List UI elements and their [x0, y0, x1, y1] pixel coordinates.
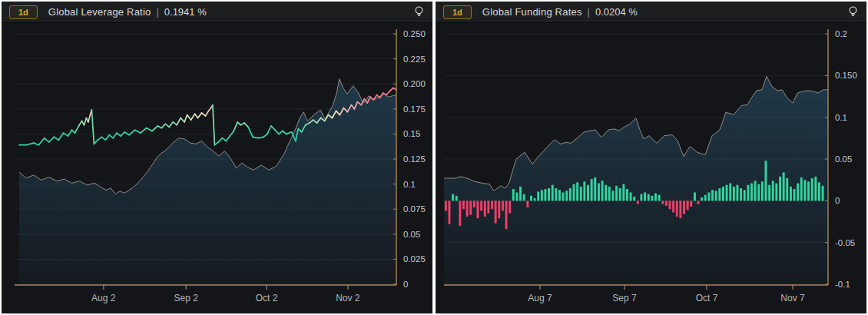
funding-bar	[793, 189, 796, 201]
y-axis-label: 0	[403, 280, 408, 289]
funding-bar	[765, 161, 767, 201]
funding-bar	[790, 187, 792, 201]
funding-bar	[534, 198, 536, 201]
funding-bar	[473, 201, 475, 207]
funding-bar	[502, 201, 504, 211]
funding-bar	[750, 184, 753, 201]
funding-bar	[704, 195, 707, 201]
funding-bar	[814, 177, 817, 201]
funding-bar	[498, 201, 500, 218]
funding-bar	[591, 179, 593, 201]
funding-bar	[711, 190, 714, 201]
funding-bar	[683, 201, 685, 214]
funding-bar	[598, 184, 600, 201]
funding-bar	[537, 191, 539, 201]
y-axis-label: 0.075	[403, 204, 426, 214]
funding-bar	[744, 190, 746, 201]
x-axis-label: Oct 2	[256, 293, 278, 303]
funding-bar	[509, 201, 511, 213]
funding-bar	[462, 201, 465, 209]
title-value-separator: |	[588, 6, 590, 18]
timeframe-badge[interactable]: 1d	[9, 5, 38, 19]
funding-bar	[679, 201, 681, 218]
funding-bar	[772, 181, 774, 201]
panel-header: 1d Global Leverage Ratio | 0.1941 %	[2, 2, 432, 23]
funding-bar	[580, 187, 582, 201]
funding-bar	[694, 193, 696, 201]
funding-bar	[768, 185, 770, 201]
panel-header: 1d Global Funding Rates | 0.0204 %	[436, 2, 866, 23]
funding-bar	[569, 188, 571, 201]
y-axis-label: 0.200	[403, 79, 426, 88]
funding-bar	[733, 187, 735, 201]
chart-title: Global Leverage Ratio	[48, 6, 151, 18]
funding-bar	[622, 184, 624, 201]
current-value: 0.0204 %	[595, 6, 638, 18]
funding-bar	[615, 186, 618, 201]
y-axis-label: 0.175	[403, 104, 426, 114]
funding-bar	[552, 185, 554, 201]
y-axis-label: 0.025	[403, 254, 426, 264]
funding-bar	[818, 182, 820, 201]
funding-rates-panel: 1d Global Funding Rates | 0.0204 % 0.20.…	[436, 2, 866, 313]
funding-bar	[459, 201, 461, 226]
funding-bar	[587, 185, 589, 201]
funding-bar	[466, 201, 469, 217]
funding-bar	[669, 201, 671, 209]
funding-bar	[715, 191, 717, 201]
funding-bar	[630, 193, 632, 201]
funding-bar	[516, 193, 518, 201]
funding-bar	[480, 201, 482, 211]
y-axis-label: 0.05	[403, 230, 420, 239]
funding-bar	[452, 194, 454, 201]
funding-bar	[555, 188, 557, 201]
x-axis-label: Aug 7	[528, 293, 552, 303]
funding-bar	[804, 180, 807, 201]
funding-bar	[737, 185, 739, 201]
funding-bar	[469, 201, 472, 215]
funding-bar	[619, 188, 621, 201]
leverage-ratio-chart[interactable]: 0.2500.2250.2000.1750.150.1250.10.0750.0…	[2, 23, 432, 313]
funding-bar	[665, 201, 668, 206]
y-axis-label: -0.1	[835, 280, 850, 289]
funding-bar	[576, 182, 578, 201]
funding-bar	[491, 201, 493, 209]
funding-bar	[626, 189, 628, 201]
funding-bar	[800, 177, 803, 201]
funding-bar	[548, 188, 550, 201]
y-axis-label: -0.05	[835, 238, 855, 247]
lightbulb-icon[interactable]	[413, 5, 425, 18]
lightbulb-icon[interactable]	[847, 5, 859, 18]
funding-bar	[445, 201, 447, 211]
funding-bar	[545, 189, 547, 201]
funding-bar	[558, 190, 561, 201]
funding-bar	[822, 186, 824, 201]
funding-bar	[477, 201, 479, 218]
chart-title: Global Funding Rates	[482, 6, 582, 18]
funding-bar	[644, 193, 646, 201]
y-axis-label: 0.225	[403, 55, 426, 64]
funding-bar	[648, 194, 650, 201]
funding-bar	[761, 181, 764, 201]
funding-bar	[456, 196, 458, 201]
x-axis-label: Sep 7	[612, 293, 637, 303]
funding-bar	[722, 187, 724, 201]
funding-bar	[526, 201, 528, 207]
funding-bar	[747, 185, 749, 201]
x-axis-label: Nov 7	[780, 293, 805, 303]
funding-rates-chart[interactable]: 0.20.1500.10.050-0.05-0.1Aug 7Sep 7Oct 7…	[436, 23, 866, 313]
funding-bar	[658, 195, 661, 201]
funding-bar	[487, 201, 489, 213]
funding-bar	[637, 201, 639, 204]
current-value: 0.1941 %	[164, 6, 207, 18]
funding-bar	[672, 201, 674, 212]
funding-bar	[676, 201, 678, 217]
timeframe-badge[interactable]: 1d	[443, 5, 472, 19]
funding-bar	[583, 181, 585, 201]
y-axis-label: 0	[835, 196, 840, 205]
funding-bar	[601, 181, 604, 201]
funding-bar	[512, 189, 515, 201]
y-axis-label: 0.05	[835, 154, 852, 164]
title-value-separator: |	[156, 6, 158, 18]
funding-bar	[690, 201, 692, 207]
